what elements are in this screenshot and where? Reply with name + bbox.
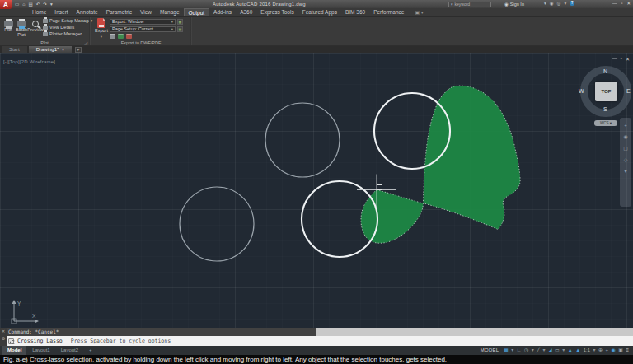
ribbon-tab-express-tools[interactable]: Express Tools — [256, 8, 298, 16]
plot-button[interactable]: Plot — [2, 18, 14, 33]
ribbon-tab-view[interactable]: View — [136, 8, 156, 16]
qat-icon[interactable]: ⌂ — [22, 1, 25, 7]
preview-button[interactable]: Preview — [29, 18, 42, 33]
status-toggle-icon[interactable]: ▣ — [618, 346, 623, 354]
restore-button[interactable]: ▫ — [621, 1, 622, 6]
navigation-bar[interactable]: +◉▢◇▾ — [620, 118, 631, 207]
export-format-icon[interactable] — [126, 34, 132, 39]
minimize-button[interactable]: — — [612, 1, 617, 6]
page-setup-dropdown[interactable]: Page Setup: Current ▾ — [110, 26, 176, 33]
ribbon-tab-performance[interactable]: Performance — [369, 8, 408, 16]
status-toggle-icon[interactable]: ◉ — [612, 346, 616, 354]
panel-expander-icon[interactable]: ◿ — [84, 40, 87, 45]
close-button[interactable]: ✕ — [626, 1, 631, 6]
layout-tab-add[interactable]: + — [84, 346, 97, 355]
navbar-tool-icon[interactable]: + — [624, 123, 627, 128]
ribbon-tab-manage[interactable]: Manage — [156, 8, 184, 16]
status-toggle-icon[interactable]: ∟ — [517, 346, 522, 354]
ribbon-tab-output[interactable]: Output — [184, 8, 210, 16]
layout-tab-layout2[interactable]: Layout2 — [56, 346, 83, 355]
status-toggle-icon[interactable]: ▾ — [562, 346, 565, 354]
status-toggle-icon[interactable]: ▲ — [575, 346, 580, 354]
navbar-tool-icon[interactable]: ▾ — [624, 169, 626, 174]
ribbon-tab-insert[interactable]: Insert — [50, 8, 72, 16]
status-toggle-icon[interactable]: 1:1 — [584, 346, 590, 354]
export-button[interactable]: Export ▾ — [95, 18, 108, 39]
export-type-dropdown[interactable]: Export: Window ▾ — [110, 19, 176, 26]
viewcube-wcs-button[interactable]: WCS ▾ — [594, 120, 617, 126]
qat-icon[interactable]: ↶ — [36, 1, 40, 7]
batch-plot-button[interactable]: Batch Plot — [15, 18, 28, 37]
ribbon-tab-annotate[interactable]: Annotate — [73, 8, 102, 16]
sign-in-button[interactable]: ◉ Sign In — [504, 2, 524, 7]
ribbon-tab-home[interactable]: Home — [28, 8, 50, 16]
command-close-icon[interactable]: ✕ — [2, 329, 5, 334]
titlebar-icon[interactable]: ◉ — [550, 1, 554, 6]
plot-link-view-details[interactable]: View Details — [43, 25, 92, 30]
export-panel-title[interactable]: Export to DWF/PDF — [91, 40, 190, 45]
plot-link-page-setup-manager[interactable]: Page Setup Manager — [43, 18, 92, 23]
file-tab-drawing1[interactable]: Drawing1*▾ — [29, 46, 72, 53]
status-toggle-icon[interactable]: ▾ — [593, 346, 596, 354]
ribbon-tab-a360[interactable]: A360 — [236, 8, 256, 16]
ribbon-tab-featured-apps[interactable]: Featured Apps — [298, 8, 341, 16]
viewcube-south[interactable]: S — [603, 106, 607, 112]
status-toggle-icon[interactable]: ▦ — [504, 346, 509, 354]
viewcube-top-face[interactable]: TOP — [595, 82, 617, 101]
export-side-button-1[interactable]: ▦ — [177, 19, 183, 26]
cluster-icons[interactable]: ▾◉◎▾ — [544, 1, 566, 6]
search-input[interactable]: ▾ keyword — [448, 2, 491, 7]
printer-icon — [4, 21, 13, 27]
titlebar-icon[interactable]: ▾ — [544, 1, 546, 6]
status-toggle-icon[interactable]: + — [606, 346, 609, 354]
plot-link-plotter-manager[interactable]: Plotter Manager — [43, 31, 92, 36]
drawing-circle-3[interactable] — [180, 187, 254, 261]
qat-icon[interactable]: ▾ — [50, 1, 53, 7]
file-tab-start[interactable]: Start — [2, 46, 27, 53]
viewport-minimize-icon[interactable]: — — [612, 56, 617, 62]
ribbon-tab-parametric[interactable]: Parametric — [102, 8, 136, 16]
help-icon[interactable]: ? — [570, 1, 574, 6]
ribbon-tab-bim-360[interactable]: BIM 360 — [341, 8, 369, 16]
ribbon-tab-add-ins[interactable]: Add-ins — [209, 8, 236, 16]
viewcube-west[interactable]: W — [579, 88, 584, 94]
export-format-icon[interactable] — [110, 34, 115, 39]
titlebar-icon[interactable]: ▾ — [564, 1, 566, 6]
viewport-restore-icon[interactable]: ▫ — [621, 56, 622, 62]
qat-icon[interactable]: ▭ — [15, 1, 19, 7]
app-menu-button[interactable]: A — [0, 0, 12, 9]
command-input-line[interactable]: Crossing Lasso Press Spacebar to cycle o… — [0, 336, 633, 346]
status-toggle-icon[interactable]: ▾ — [542, 346, 545, 354]
ribbon-overflow-icon[interactable]: ▣ ▾ — [415, 8, 423, 16]
drawing-circle-1[interactable] — [265, 103, 340, 177]
status-toggle-icon[interactable]: ≡ — [626, 346, 629, 354]
status-toggle-icon[interactable]: ▭ — [555, 346, 560, 354]
navbar-tool-icon[interactable]: ◇ — [624, 157, 628, 162]
layout-tab-layout1[interactable]: Layout1 — [27, 346, 54, 355]
status-toggle-icon[interactable]: ◷ — [524, 346, 528, 354]
viewport-close-icon[interactable]: ✕ — [626, 56, 630, 62]
new-drawing-tab-button[interactable]: + — [75, 47, 82, 53]
model-space-label[interactable]: MODEL — [481, 346, 499, 354]
viewcube-east[interactable]: E — [626, 88, 631, 94]
qat-icon[interactable]: ↷ — [43, 1, 47, 7]
drawing-canvas[interactable]: YX [-][Top][2D Wireframe] — ▫ ✕ N W E S … — [0, 53, 633, 328]
status-toggle-icon[interactable]: ▾ — [532, 346, 534, 354]
qat-icon[interactable]: ▤ — [29, 1, 33, 7]
titlebar-icon[interactable]: ◎ — [557, 1, 561, 6]
export-format-icon[interactable] — [118, 34, 124, 39]
status-toggle-icon[interactable]: ▲ — [568, 346, 573, 354]
status-toggle-icon[interactable]: ▾ — [511, 346, 513, 354]
plot-panel-title[interactable]: Plot — [0, 40, 89, 45]
status-toggle-icon[interactable]: ╱ — [537, 346, 540, 354]
export-side-button-2[interactable]: ▤ — [177, 26, 183, 33]
status-toggle-icon[interactable]: ◢ — [548, 346, 552, 354]
command-customize-icon[interactable]: ⚙ — [2, 336, 5, 341]
navbar-tool-icon[interactable]: ◉ — [623, 134, 627, 139]
search-caret-icon[interactable]: ▾ — [451, 2, 453, 7]
navbar-tool-icon[interactable]: ▢ — [623, 146, 628, 151]
layout-tab-model[interactable]: Model — [2, 346, 26, 355]
viewcube-north[interactable]: N — [603, 68, 607, 74]
status-toggle-icon[interactable]: ⊕ — [598, 346, 603, 354]
viewport-label[interactable]: [-][Top][2D Wireframe] — [3, 59, 55, 64]
